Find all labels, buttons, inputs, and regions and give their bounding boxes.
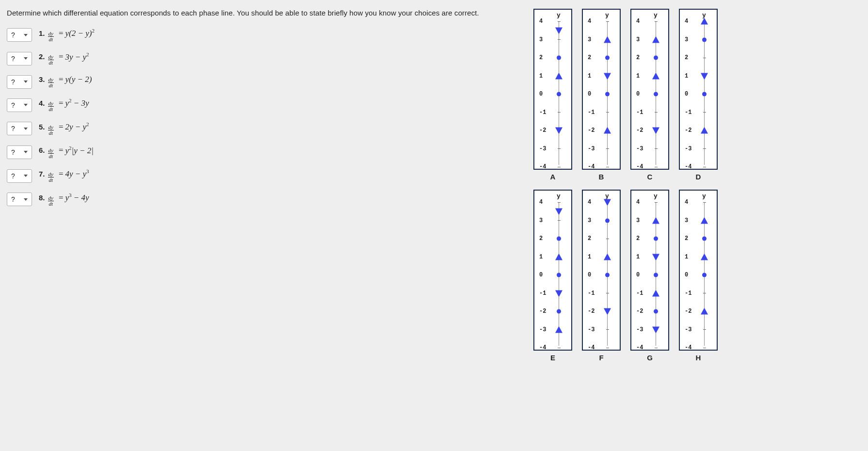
question-row: ? 5. dy dt =2y − y2: [7, 121, 511, 136]
tick-label: 2: [685, 54, 702, 61]
answer-select[interactable]: ?: [7, 98, 32, 112]
equation-rhs: =y3 − 4y: [57, 192, 89, 203]
tick-label: 1: [588, 254, 605, 260]
answer-select[interactable]: ?: [7, 145, 32, 159]
phase-line-cell: y43210-1-2-3-4E: [530, 190, 575, 362]
select-value: ?: [11, 31, 15, 39]
tick-label: -4: [636, 163, 654, 170]
equation-label: 8. dy dt =y3 − 4y: [39, 192, 89, 207]
arrow-up-icon: [652, 290, 659, 296]
tick-label: 4: [685, 18, 702, 25]
tick-label: 0: [636, 91, 654, 97]
equation-label: 4. dy dt =y2 − 3y: [39, 97, 89, 113]
arrow-up-icon: [652, 217, 659, 224]
tick-label: -3: [685, 145, 702, 152]
equation-number: 6.: [39, 146, 45, 154]
chevron-down-icon: [24, 128, 28, 130]
equation-rhs: =y2|y − 2|: [57, 145, 94, 156]
answer-select[interactable]: ?: [7, 122, 32, 135]
tick-label: 0: [685, 272, 702, 278]
arrow-down-icon: [555, 290, 563, 296]
tick-label: -4: [685, 163, 702, 170]
phase-line-plot: y43210-1-2-3-4: [679, 190, 718, 351]
tick-label: -1: [685, 109, 702, 116]
answer-select[interactable]: ?: [7, 52, 32, 65]
answer-select[interactable]: ?: [7, 169, 32, 183]
answer-select[interactable]: ?: [7, 75, 32, 89]
phase-line-label: A: [550, 173, 556, 181]
tick-label: 4: [539, 18, 557, 25]
equation-number: 7.: [39, 170, 45, 178]
chevron-down-icon: [24, 175, 28, 177]
tick-label: 3: [539, 36, 557, 43]
equilibrium-point-icon: [654, 237, 658, 241]
equilibrium-point-icon: [605, 92, 610, 97]
tick-label: -4: [588, 344, 605, 351]
tick-label: -4: [539, 163, 557, 170]
equilibrium-point-icon: [557, 273, 561, 277]
tick-label: -2: [636, 127, 654, 134]
tick-label: 3: [636, 36, 654, 43]
tick-label: -1: [685, 290, 702, 297]
equation-number: 8.: [39, 193, 45, 202]
arrow-down-icon: [555, 128, 563, 134]
axis-label: y: [557, 12, 561, 19]
equation-rhs: =2y − y2: [57, 121, 89, 132]
equation-label: 6. dy dt =y2|y − 2|: [39, 145, 94, 160]
tick-label: -3: [588, 326, 605, 333]
tick-label: -3: [636, 145, 654, 152]
phase-line-plot: y43210-1-2-3-4: [533, 190, 572, 351]
select-value: ?: [11, 148, 15, 156]
dy-dt-icon: dy dt: [48, 77, 54, 88]
phase-line-plot: y43210-1-2-3-4: [679, 9, 718, 170]
arrow-up-icon: [701, 217, 708, 224]
tick-label: 2: [588, 54, 605, 61]
arrow-down-icon: [604, 308, 611, 315]
dy-dt-icon: dy dt: [48, 31, 54, 42]
equilibrium-point-icon: [702, 237, 707, 241]
equilibrium-point-icon: [557, 309, 561, 314]
tick-label: 4: [588, 199, 605, 206]
arrow-up-icon: [701, 128, 708, 134]
tick-label: -4: [685, 344, 702, 351]
equilibrium-point-icon: [605, 273, 610, 277]
tick-label: 1: [539, 73, 557, 80]
chevron-down-icon: [24, 104, 28, 106]
equilibrium-point-icon: [702, 273, 707, 277]
answer-select[interactable]: ?: [7, 28, 32, 42]
tick-label: -2: [636, 308, 654, 315]
phase-line-cell: y43210-1-2-3-4G: [627, 190, 672, 362]
arrow-up-icon: [652, 36, 659, 43]
prompt-text: Determine which differential equation co…: [7, 9, 511, 17]
phase-line-label: D: [696, 173, 701, 181]
tick-label: 1: [588, 73, 605, 80]
tick-label: -1: [539, 109, 557, 116]
tick-label: -3: [588, 145, 605, 152]
arrow-down-icon: [555, 27, 563, 33]
axis-label: y: [605, 12, 609, 19]
tick-label: -4: [588, 163, 605, 170]
tick-label: -2: [588, 308, 605, 315]
tick-label: -3: [685, 326, 702, 333]
arrow-down-icon: [652, 128, 659, 134]
tick-label: 2: [588, 235, 605, 242]
arrow-up-icon: [604, 36, 611, 43]
arrow-down-icon: [604, 73, 611, 79]
phase-line-label: F: [599, 354, 603, 362]
select-value: ?: [11, 195, 15, 203]
tick-label: -2: [539, 308, 557, 315]
tick-label: 0: [588, 272, 605, 278]
equilibrium-point-icon: [654, 56, 658, 60]
arrow-up-icon: [604, 254, 611, 260]
select-value: ?: [11, 101, 15, 109]
equation-rhs: =4y − y3: [57, 168, 89, 179]
equation-rhs: =y2 − 3y: [57, 97, 89, 108]
arrow-up-icon: [604, 128, 611, 134]
equation-label: 5. dy dt =2y − y2: [39, 121, 89, 136]
phase-line-plot: y43210-1-2-3-4: [533, 9, 572, 170]
answer-select[interactable]: ?: [7, 193, 32, 206]
phase-line-cell: y43210-1-2-3-4D: [676, 9, 721, 181]
phase-line-label: H: [696, 354, 701, 362]
tick-label: 4: [636, 18, 654, 25]
select-value: ?: [11, 55, 15, 63]
